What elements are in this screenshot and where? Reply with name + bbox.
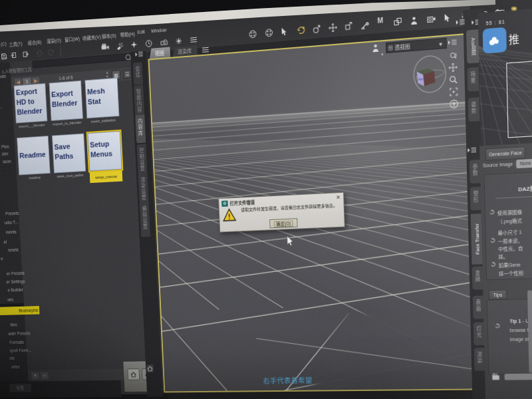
svg-text:!: ! <box>228 213 231 221</box>
